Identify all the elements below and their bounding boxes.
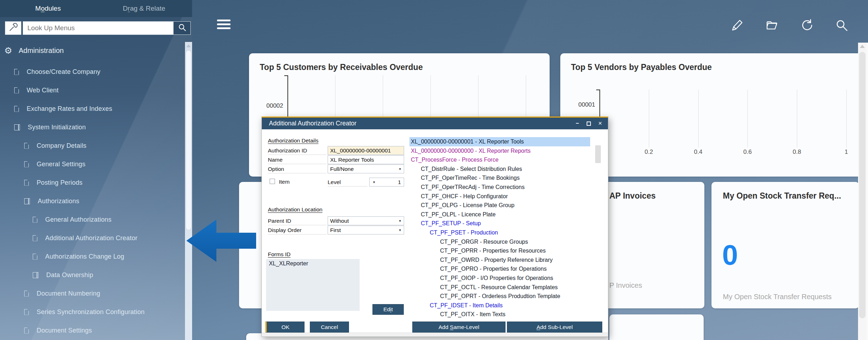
tree-item[interactable]: CT_PF_OWRD - Property Reference Library <box>409 255 590 265</box>
scroll-up-icon[interactable] <box>186 44 191 47</box>
tree-item[interactable]: CT_PF_OCTL - Resource Calendar Templates <box>409 283 590 292</box>
wrench-button[interactable] <box>5 21 21 35</box>
sidebar-item-general-authorizations[interactable]: General Authorizations <box>0 210 185 229</box>
sidebar-item-additional-authorization-creator[interactable]: Additional Authorization Creator <box>0 229 185 247</box>
section-forms-id: Forms ID <box>268 251 291 258</box>
tree-item[interactable]: CT_DistrRule - Select Distribution Rules <box>409 164 590 174</box>
sidebar-item-posting-periods[interactable]: Posting Periods <box>0 173 185 192</box>
sidebar-item-data-ownership[interactable]: Data Ownership <box>0 266 185 284</box>
sidebar-item-document-settings[interactable]: Document Settings <box>0 321 185 340</box>
add-sub-level-button[interactable]: Add Sub-Level <box>507 322 602 333</box>
menu-search-button[interactable] <box>173 21 191 35</box>
tab-drag-relate[interactable]: Drag & Relate <box>96 0 192 17</box>
sidebar-item-authorizations-change-log[interactable]: Authorizations Change Log <box>0 247 185 266</box>
tree-item[interactable]: CT_PF_OPRR - Properties for Resources <box>409 246 590 255</box>
tab-label: M <box>35 5 41 12</box>
category-label: 00001 <box>560 101 595 108</box>
tree-item[interactable]: XL_00000000-00000001 - XL Reporter Tools <box>409 137 590 146</box>
section-authorization-details: Authorization Details <box>268 137 318 144</box>
cancel-button[interactable]: Cancel <box>310 322 349 333</box>
x-tick-label: 0.4 <box>688 149 709 156</box>
document-icon <box>24 180 29 186</box>
card-subtitle: My Open Stock Transfer Requests <box>723 293 832 301</box>
edit-pencil-icon[interactable] <box>730 18 744 32</box>
name-field[interactable] <box>328 155 404 164</box>
sidebar-scrollbar[interactable] <box>185 42 192 340</box>
edit-button[interactable]: Edit <box>372 304 404 315</box>
sidebar-item-series-synchronization-configuration[interactable]: Series Synchronization Configuration <box>0 303 185 321</box>
document-icon <box>24 309 29 315</box>
tree-item[interactable]: CT_PF_SETUP - Setup <box>409 219 590 228</box>
minimize-icon[interactable]: – <box>575 121 580 126</box>
sidebar-tabbar: Modules Drag & Relate <box>0 0 192 17</box>
folder-icon <box>33 272 38 278</box>
tree-item[interactable]: CT_PF_OPRO - Properties for Operations <box>409 264 590 274</box>
hamburger-menu-icon[interactable] <box>217 19 231 30</box>
sidebar-item-web-client[interactable]: Web Client <box>0 81 185 99</box>
search-input[interactable] <box>23 21 173 35</box>
tree-scrollbar-thumb[interactable] <box>595 145 601 163</box>
sidebar-item-label: Posting Periods <box>37 179 83 187</box>
scroll-up-icon[interactable] <box>860 45 865 48</box>
tree-item[interactable]: CT_PF_OperTimeRec - Time Bookings <box>409 173 590 183</box>
dialog-titlebar[interactable]: Additional Authorization Creator <box>262 118 608 129</box>
sidebar-item-company-details[interactable]: Company Details <box>0 136 185 155</box>
ok-button[interactable]: OK <box>265 322 305 333</box>
document-icon <box>14 87 19 93</box>
dialog-title: Additional Authorization Creator <box>269 120 356 127</box>
add-same-level-button[interactable]: Add Same-Level <box>412 322 506 333</box>
tree-item[interactable]: CT_PF_OPRT - Orderless Produdtion Templa… <box>409 292 590 301</box>
section-authorization-location: Authorization Location <box>268 206 322 213</box>
tree-item[interactable]: CT_PF_PSET - Production <box>409 228 590 237</box>
refresh-icon[interactable] <box>800 18 814 32</box>
tree-item[interactable]: CT_PF_ORGR - Resource Groups <box>409 237 590 247</box>
sidebar-item-authorizations[interactable]: Authorizations <box>0 192 185 210</box>
sidebar-item-general-settings[interactable]: General Settings <box>0 155 185 173</box>
sidebar-item-system-initialization[interactable]: System Initialization <box>0 118 185 136</box>
x-tick-label: 1 <box>836 149 857 156</box>
card-footer-label: P Invoices <box>609 281 642 290</box>
document-icon <box>24 161 29 167</box>
chevron-down-icon[interactable]: ▼ <box>372 180 376 184</box>
item-checkbox[interactable] <box>270 179 275 184</box>
display-order-dropdown[interactable]: First▼ <box>328 226 404 234</box>
sidebar-item-administration[interactable]: ⚙Administration <box>0 42 185 59</box>
sidebar-item-exchange-rates-and-indexes[interactable]: Exchange Rates and Indexes <box>0 99 185 118</box>
forms-id-item[interactable]: XL_XLReporter <box>269 260 357 267</box>
sidebar-scrollbar-thumb[interactable] <box>186 50 191 230</box>
tree-item[interactable]: CT_ProcessForce - Process Force <box>409 155 590 164</box>
tree-item[interactable]: CT_PF_OITX - Item Texts <box>409 310 590 319</box>
sidebar-item-document-numbering[interactable]: Document Numbering <box>0 284 185 303</box>
gridline <box>846 90 847 147</box>
tree-item[interactable]: CT_PF_OHCF - Help Configurator <box>409 192 590 201</box>
tree-item[interactable]: XL_00000000-00000000 - XL Reporter Repor… <box>409 146 590 156</box>
main-scrollbar[interactable] <box>858 43 867 340</box>
menu-search-row <box>0 21 192 36</box>
parent-id-dropdown[interactable]: Without▼ <box>328 216 404 225</box>
sidebar-item-label: General Authorizations <box>45 216 112 223</box>
close-icon[interactable]: × <box>597 121 603 126</box>
main-scrollbar-thumb[interactable] <box>859 52 866 318</box>
authorization-id-field[interactable] <box>328 146 404 155</box>
axis-tick <box>596 90 599 90</box>
forms-id-listbox[interactable]: XL_XLReporter <box>266 259 360 311</box>
tree-item[interactable]: CT_PF_OIOP - I/O Properties for Operatio… <box>409 274 590 283</box>
tree-item[interactable]: CT_PF_OperTRecAdj - Time Corrections <box>409 183 590 192</box>
tree-item[interactable]: CT_PF_OLPG - License Plate Group <box>409 201 590 210</box>
sidebar-item-label: General Settings <box>37 161 85 168</box>
search-icon <box>178 23 186 33</box>
tree-item[interactable]: CT_PF_OLPL - Licence Plate <box>409 210 590 219</box>
sidebar-item-choose-create-company[interactable]: Choose/Create Company <box>0 63 185 81</box>
sidebar: Modules Drag & Relate ⚙AdministrationCho… <box>0 0 192 340</box>
open-folder-icon[interactable] <box>765 18 779 32</box>
level-stepper[interactable]: ▼ 1 <box>369 178 404 187</box>
maximize-icon[interactable] <box>586 121 592 126</box>
toolbar <box>730 18 848 32</box>
tree-item[interactable]: CT_PF_IDSET - Item Details <box>409 301 590 310</box>
scrollbar-edge <box>867 43 868 340</box>
tab-modules[interactable]: Modules <box>0 0 96 17</box>
authorization-tree: XL_00000000-00000001 - XL Reporter Tools… <box>409 137 598 320</box>
document-icon <box>14 106 19 112</box>
option-dropdown[interactable]: Full/None▼ <box>328 164 404 173</box>
search-icon[interactable] <box>835 18 848 32</box>
